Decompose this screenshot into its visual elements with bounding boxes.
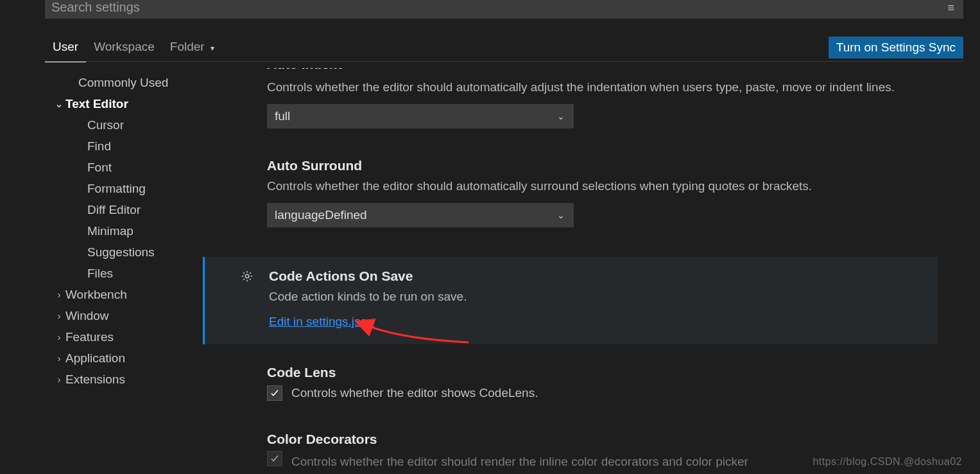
setting-title: Color Decorators (267, 432, 938, 447)
svg-point-0 (245, 274, 249, 278)
toc-label: Suggestions (87, 245, 155, 259)
setting-desc: Controls whether the editor should autom… (267, 78, 938, 96)
toc-features[interactable]: › Features (45, 326, 203, 347)
setting-code-actions-on-save: Code Actions On Save Code action kinds t… (203, 257, 938, 344)
chevron-down-icon: ⌄ (557, 111, 565, 121)
chevron-right-icon: › (54, 311, 64, 321)
toc-label: Commonly Used (78, 76, 168, 90)
tab-workspace[interactable]: Workspace (86, 33, 162, 62)
code-lens-checkbox[interactable] (267, 385, 282, 401)
auto-surround-select[interactable]: languageDefined ⌄ (267, 203, 574, 227)
chevron-right-icon: › (54, 374, 64, 385)
select-value: full (275, 109, 290, 123)
toc-label: Workbench (65, 288, 127, 302)
toc-find[interactable]: › Find (45, 136, 203, 157)
toc-label: Files (87, 267, 113, 281)
toc-font[interactable]: › Font (45, 157, 203, 178)
toc-cursor[interactable]: › Cursor (45, 114, 203, 136)
toc-commonly-used[interactable]: › Commonly Used (45, 72, 203, 93)
tab-label: User (53, 40, 78, 53)
search-input[interactable] (45, 0, 963, 19)
scope-tabs: User Workspace Folder ▾ Turn on Settings… (45, 33, 963, 62)
setting-title: Code Actions On Save (269, 268, 912, 284)
tab-label: Folder (170, 40, 205, 53)
toc-label: Extensions (65, 373, 125, 387)
setting-auto-indent: Auto Indent Controls whether the editor … (267, 68, 938, 128)
setting-auto-surround: Auto Surround Controls whether the edito… (267, 158, 938, 227)
toc-extensions[interactable]: › Extensions (45, 369, 203, 390)
edit-in-settings-json-link[interactable]: Edit in settings.json (269, 315, 374, 329)
settings-toc: › Commonly Used ⌄ Text Editor › Cursor ›… (45, 68, 203, 474)
settings-sync-button[interactable]: Turn on Settings Sync (829, 37, 963, 58)
setting-desc: Controls whether the editor shows CodeLe… (291, 386, 538, 400)
toc-application[interactable]: › Application (45, 347, 203, 369)
toc-label: Features (65, 330, 114, 344)
toc-suggestions[interactable]: › Suggestions (45, 241, 203, 263)
chevron-down-icon: ⌄ (54, 99, 64, 109)
toc-label: Window (65, 309, 109, 323)
toc-label: Text Editor (65, 97, 128, 111)
toc-window[interactable]: › Window (45, 305, 203, 326)
select-value: languageDefined (275, 208, 367, 222)
chevron-right-icon: › (54, 353, 64, 364)
gear-icon[interactable] (241, 270, 254, 286)
toc-minimap[interactable]: › Minimap (45, 220, 203, 241)
setting-desc: Controls whether the editor should rende… (291, 455, 748, 468)
filter-icon[interactable]: ≡ (947, 1, 954, 14)
toc-label: Font (87, 161, 112, 175)
toc-files[interactable]: › Files (45, 263, 203, 284)
settings-body: › Commonly Used ⌄ Text Editor › Cursor ›… (45, 68, 963, 474)
tab-label: Workspace (94, 40, 155, 53)
auto-indent-select[interactable]: full ⌄ (267, 104, 574, 128)
toc-diff-editor[interactable]: › Diff Editor (45, 199, 203, 220)
setting-title: Code Lens (267, 365, 938, 380)
toc-label: Find (87, 139, 111, 154)
toc-label: Diff Editor (87, 203, 141, 217)
setting-desc: Code action kinds to be run on save. (269, 288, 912, 306)
chevron-down-icon: ⌄ (557, 210, 565, 220)
setting-code-lens: Code Lens Controls whether the editor sh… (267, 365, 938, 401)
search-bar: ≡ (45, 0, 963, 19)
toc-formatting[interactable]: › Formatting (45, 178, 203, 199)
settings-list: Auto Indent Controls whether the editor … (203, 68, 963, 474)
setting-title: Auto Surround (267, 158, 938, 173)
chevron-right-icon: › (54, 332, 64, 342)
toc-label: Cursor (87, 118, 124, 132)
chevron-right-icon: › (54, 290, 64, 300)
watermark: https://blog.CSDN.@doshua02 (812, 456, 962, 468)
setting-desc: Controls whether the editor should autom… (267, 177, 938, 195)
code-lens-row: Controls whether the editor shows CodeLe… (267, 385, 938, 401)
toc-text-editor[interactable]: ⌄ Text Editor (45, 93, 203, 114)
tab-folder[interactable]: Folder ▾ (162, 33, 222, 62)
toc-workbench[interactable]: › Workbench (45, 284, 203, 305)
toc-label: Application (65, 351, 125, 365)
chevron-down-icon: ▾ (211, 44, 214, 53)
setting-title: Auto Indent (267, 68, 938, 75)
toc-label: Formatting (87, 182, 146, 196)
tab-user[interactable]: User (45, 33, 86, 62)
color-decorators-checkbox[interactable] (267, 451, 282, 466)
toc-label: Minimap (87, 224, 133, 238)
